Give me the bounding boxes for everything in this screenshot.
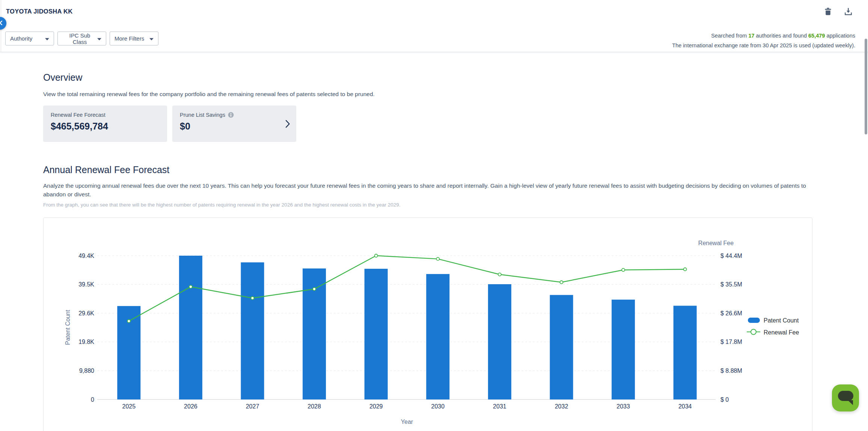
x-tick-label: 2025 bbox=[122, 403, 136, 410]
legend-label: Renewal Fee bbox=[764, 329, 799, 336]
x-tick-label: 2030 bbox=[431, 403, 445, 410]
overview-heading: Overview bbox=[43, 72, 82, 83]
vertical-scrollbar-thumb[interactable] bbox=[865, 39, 867, 134]
point-2025[interactable] bbox=[127, 319, 130, 322]
filter-ipc-label: IPC Sub Class bbox=[62, 32, 97, 45]
point-2027[interactable] bbox=[251, 297, 254, 300]
chart-legend: Patent CountRenewal Fee bbox=[747, 317, 799, 336]
point-2032[interactable] bbox=[560, 281, 563, 284]
bar-2030[interactable] bbox=[426, 274, 449, 399]
left-tick-label: 49.4K bbox=[78, 253, 94, 259]
x-tick-label: 2029 bbox=[369, 403, 383, 410]
renewal-fee-forecast-card: Renewal Fee Forecast $465,569,784 bbox=[43, 105, 167, 142]
filter-authority[interactable]: Authority bbox=[5, 32, 54, 45]
annual-section-description: Analyze the upcoming annual renewal fees… bbox=[43, 181, 817, 199]
x-tick-label: 2028 bbox=[307, 403, 321, 410]
right-tick-label: $ 8.88M bbox=[720, 368, 742, 374]
right-tick-label: $ 44.4M bbox=[720, 253, 742, 259]
right-tick-label: $ 35.5M bbox=[720, 281, 742, 288]
point-2028[interactable] bbox=[313, 288, 316, 291]
search-summary: Searched from 17 authorities and found 6… bbox=[672, 31, 855, 50]
legend-bar-swatch bbox=[748, 318, 760, 323]
prune-list-savings-label: Prune List Savings bbox=[180, 112, 289, 118]
delete-button[interactable] bbox=[823, 8, 832, 17]
point-2033[interactable] bbox=[622, 268, 625, 271]
bar-2034[interactable] bbox=[674, 306, 697, 399]
download-icon bbox=[844, 7, 853, 17]
chat-launcher-button[interactable] bbox=[832, 384, 859, 411]
right-tick-label: $ 17.8M bbox=[720, 339, 742, 345]
renewal-fee-line bbox=[129, 256, 685, 321]
legend-label: Patent Count bbox=[764, 317, 799, 324]
chevron-down-icon bbox=[45, 35, 49, 42]
authorities-count: 17 bbox=[748, 33, 754, 39]
left-tick-label: 9,880 bbox=[79, 368, 94, 374]
renewal-fee-forecast-value: $465,569,784 bbox=[51, 121, 160, 132]
x-tick-label: 2031 bbox=[493, 403, 506, 410]
left-tick-label: 0 bbox=[91, 396, 94, 403]
point-2034[interactable] bbox=[684, 268, 687, 271]
legend-line-marker bbox=[751, 329, 756, 335]
point-2031[interactable] bbox=[498, 273, 501, 276]
chat-bubble-icon bbox=[832, 384, 859, 412]
company-title: TOYOTA JIDOSHA KK bbox=[6, 8, 72, 15]
top-bar: TOYOTA JIDOSHA KK Authority bbox=[0, 0, 868, 52]
filter-more-filters[interactable]: More Filters bbox=[110, 32, 158, 45]
download-button[interactable] bbox=[844, 8, 853, 17]
annual-section-heading: Annual Renewal Fee Forecast bbox=[43, 164, 169, 175]
legend-item-renewal-fee[interactable]: Renewal Fee bbox=[747, 329, 799, 336]
applications-count: 65,479 bbox=[808, 33, 825, 39]
overview-description: View the total remaining renewal fees fo… bbox=[43, 91, 375, 98]
bar-2029[interactable] bbox=[365, 269, 388, 399]
info-icon[interactable] bbox=[228, 112, 234, 118]
filter-authority-label: Authority bbox=[10, 35, 32, 42]
x-tick-label: 2026 bbox=[184, 403, 197, 410]
point-2030[interactable] bbox=[436, 258, 439, 261]
point-2026[interactable] bbox=[189, 285, 192, 288]
toolbar-actions bbox=[823, 8, 853, 17]
x-tick-label: 2034 bbox=[678, 403, 692, 410]
right-tick-label: $ 26.6M bbox=[720, 310, 742, 316]
chevron-down-icon bbox=[97, 35, 101, 42]
bar-2031[interactable] bbox=[488, 284, 511, 399]
filter-more-label: More Filters bbox=[115, 35, 144, 42]
bar-2026[interactable] bbox=[179, 256, 202, 399]
bar-2033[interactable] bbox=[612, 300, 635, 399]
exchange-rate-note: The international exchange rate from 30 … bbox=[672, 41, 855, 50]
prune-list-savings-card[interactable]: Prune List Savings $0 bbox=[172, 105, 296, 142]
annual-renewal-chart: 09,88019.8K29.6K39.5K49.4K$ 0$ 8.88M$ 17… bbox=[44, 218, 812, 431]
left-tick-label: 29.6K bbox=[78, 310, 94, 316]
trash-icon bbox=[824, 7, 832, 17]
overview-cards: Renewal Fee Forecast $465,569,784 Prune … bbox=[43, 105, 296, 142]
x-axis-title: Year bbox=[401, 419, 413, 425]
bar-2032[interactable] bbox=[550, 295, 573, 399]
point-2029[interactable] bbox=[375, 254, 378, 257]
left-axis-title: Patent Count bbox=[65, 310, 71, 345]
right-tick-label: $ 0 bbox=[720, 396, 729, 403]
chevron-right-icon[interactable] bbox=[285, 120, 290, 130]
chevron-down-icon bbox=[149, 35, 154, 42]
filter-ipc-sub-class[interactable]: IPC Sub Class bbox=[57, 32, 106, 45]
left-tick-label: 19.8K bbox=[78, 339, 94, 345]
filter-bar: Authority IPC Sub Class More Filters bbox=[5, 32, 158, 45]
legend-item-patent-count[interactable]: Patent Count bbox=[748, 317, 799, 324]
search-summary-line1: Searched from 17 authorities and found 6… bbox=[672, 31, 855, 41]
x-tick-label: 2032 bbox=[555, 403, 568, 410]
right-axis-title: Renewal Fee bbox=[698, 240, 734, 246]
left-tick-label: 39.5K bbox=[78, 281, 94, 288]
annual-section-note: From the graph, you can see that there w… bbox=[43, 202, 401, 208]
x-tick-label: 2033 bbox=[616, 403, 630, 410]
prune-list-savings-value: $0 bbox=[180, 121, 289, 132]
annual-renewal-chart-card: 09,88019.8K29.6K39.5K49.4K$ 0$ 8.88M$ 17… bbox=[43, 217, 812, 431]
close-icon bbox=[0, 20, 3, 27]
x-tick-label: 2027 bbox=[246, 403, 259, 410]
renewal-fee-forecast-label: Renewal Fee Forecast bbox=[51, 112, 160, 118]
bar-2027[interactable] bbox=[241, 262, 264, 399]
